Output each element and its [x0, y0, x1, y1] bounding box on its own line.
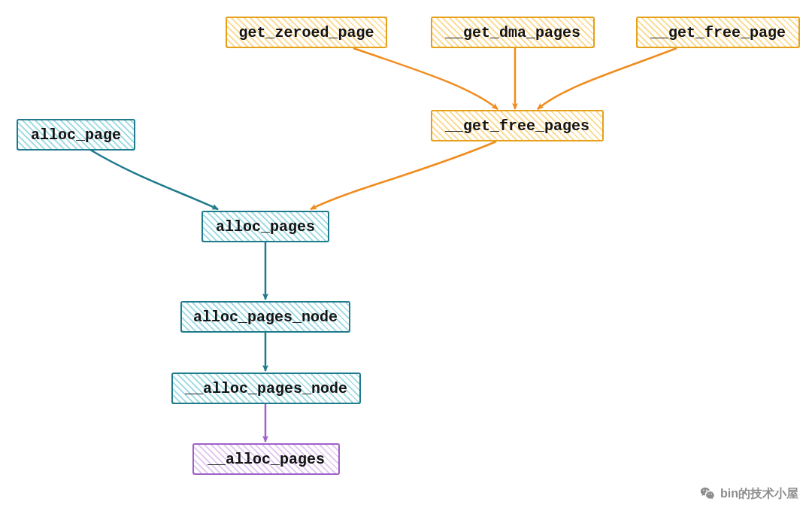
- edge: [90, 150, 218, 209]
- node-get-free-pages: __get_free_pages: [431, 110, 604, 141]
- node-label: __alloc_pages_node: [185, 380, 347, 397]
- node-label: __get_free_pages: [445, 117, 589, 135]
- node-__alloc-pages: __alloc_pages: [192, 443, 340, 475]
- node-label: alloc_pages_node: [193, 309, 338, 326]
- node-label: get_zeroed_page: [238, 24, 374, 41]
- node-__alloc-pages-node: __alloc_pages_node: [171, 373, 361, 404]
- node-get-zeroed-page: get_zeroed_page: [226, 17, 387, 48]
- node-alloc-page: alloc_page: [17, 119, 135, 151]
- node-get-free-page: __get_free_page: [636, 17, 800, 48]
- watermark-text: bin的技术小屋: [720, 486, 798, 502]
- watermark: bin的技术小屋: [699, 485, 798, 502]
- wechat-icon: [699, 485, 716, 502]
- node-label: __alloc_pages: [208, 451, 325, 468]
- diagram-canvas: get_zeroed_page __get_dma_pages __get_fr…: [0, 0, 812, 514]
- node-label: __get_dma_pages: [445, 24, 580, 41]
- node-label: alloc_page: [31, 126, 121, 144]
- edges-layer: [0, 0, 812, 514]
- node-label: __get_free_page: [650, 24, 786, 41]
- node-alloc-pages-node: alloc_pages_node: [180, 301, 350, 333]
- edge: [311, 141, 496, 209]
- node-get-dma-pages: __get_dma_pages: [431, 17, 595, 48]
- node-alloc-pages: alloc_pages: [201, 211, 329, 242]
- node-label: alloc_pages: [216, 218, 315, 236]
- edge: [538, 48, 677, 109]
- edge: [353, 48, 498, 109]
